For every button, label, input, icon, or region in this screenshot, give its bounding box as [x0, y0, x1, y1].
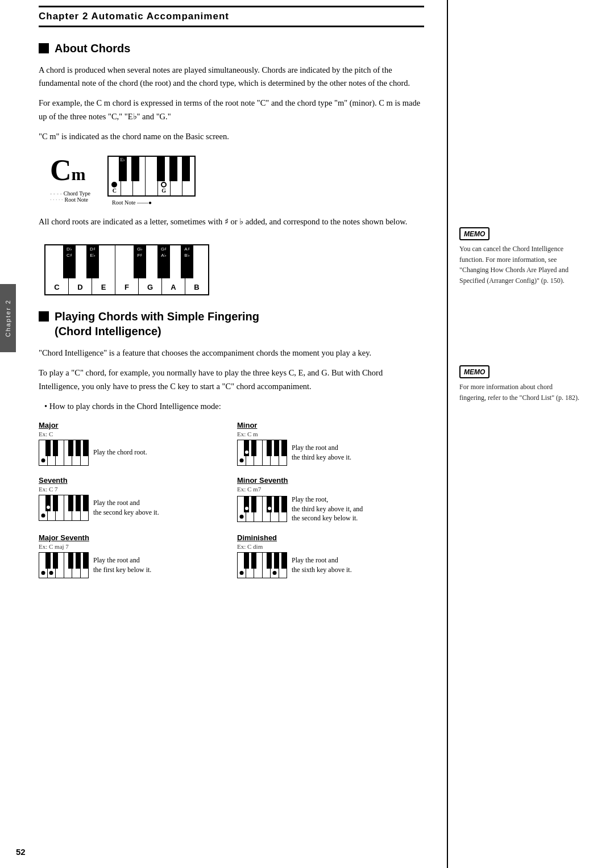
bk-gs: [169, 157, 177, 181]
dim-bk5: [281, 553, 287, 569]
ms-dot-c: [239, 515, 243, 519]
maj7-bk4: [76, 553, 81, 569]
maj7-bk5: [83, 553, 88, 569]
seventh-ex-label: Ex: C 7: [39, 486, 226, 493]
bk-large-ds: D♯ E♭: [86, 245, 99, 278]
dot-c: [111, 182, 117, 187]
dim-dot-g: [272, 571, 276, 575]
example-diminished: Diminished Ex: C dim: [237, 533, 424, 578]
major-bk5: [83, 440, 88, 456]
ci-para2: To play a "C" chord, for example, you no…: [39, 366, 424, 393]
dim-bk1: [244, 553, 249, 569]
example-seventh: Seventh Ex: C 7: [39, 476, 226, 523]
major-dot-c: [41, 458, 45, 462]
cm-m-letter: m: [72, 165, 86, 183]
memo-text-1: You can cancel the Chord Intelligence fu…: [459, 244, 580, 286]
cm-c-letter: C: [50, 154, 72, 186]
minor-piano: [237, 440, 287, 466]
minor-desc: Play the root andthe third key above it.: [292, 443, 351, 462]
cm-piano-keys: C G E♭: [107, 156, 196, 197]
chapter-tab: Chapter 2: [0, 284, 16, 352]
minor-bk-eb: [244, 440, 249, 456]
chord-intelligence-heading: Playing Chords with Simple Fingering (Ch…: [39, 309, 424, 339]
maj7-dot-c: [41, 571, 45, 575]
seventh-bk1: [45, 495, 51, 511]
chord-type-label-text: Chord Type: [64, 190, 90, 197]
maj7-bk3: [68, 553, 73, 569]
dim-dot-c: [239, 571, 243, 575]
memo-header-1: MEMO: [459, 227, 580, 240]
diminished-ex-label: Ex: C dim: [237, 543, 424, 550]
chord-intelligence-title: Playing Chords with Simple Fingering (Ch…: [55, 309, 259, 339]
example-major-seventh: Major Seventh Ex: C maj 7: [39, 533, 226, 578]
major-ex-label: Ex: C: [39, 431, 226, 437]
root-note-arrow-label: Root Note ——●: [112, 199, 152, 206]
about-chords-para1: A chord is produced when several notes a…: [39, 64, 424, 90]
minor-seventh-title: Minor Seventh: [237, 476, 424, 485]
minor-bk4: [274, 440, 279, 456]
memo-icon-2: MEMO: [459, 365, 489, 378]
ms-bk2: [251, 496, 256, 512]
cm-piano-diagram: C G E♭: [107, 156, 196, 197]
chapter-title: Chapter 2 Automatic Accompaniment: [39, 11, 424, 22]
seventh-desc: Play the root andthe second key above it…: [93, 498, 159, 518]
main-content: Chapter 2 Automatic Accompaniment About …: [16, 0, 448, 868]
minor-bk5: [281, 440, 287, 456]
chapter-tab-label: Chapter 2: [5, 299, 11, 337]
major-bk3: [68, 440, 73, 456]
ms-bk4: [274, 496, 279, 512]
seventh-bk3: [68, 495, 73, 511]
dim-bk3: [267, 553, 272, 569]
large-piano-wrap: C D E F G A B D♭ C♯ D♯ E♭ G♭ F♯: [44, 244, 209, 295]
bk-large-fs: G♭ F♯: [134, 245, 146, 278]
bk-large-as: A♯ B♭: [181, 245, 193, 278]
memo-icon-1: MEMO: [459, 227, 489, 240]
section-square-icon-2: [39, 311, 49, 322]
section-square-icon: [39, 43, 49, 53]
label-g: G: [161, 187, 166, 194]
memo-box-1: MEMO You can cancel the Chord Intelligen…: [459, 227, 580, 286]
about-chords-para3: "C m" is indicated as the chord name on …: [39, 130, 424, 143]
dot-g: [161, 182, 167, 187]
example-minor-seventh: Minor Seventh Ex: C m7: [237, 476, 424, 523]
about-chords-title: About Chords: [55, 41, 130, 56]
memo-text-2: For more information about chord fingeri…: [459, 382, 580, 403]
maj7-bk2: [53, 553, 58, 569]
chord-examples-grid: Major Ex: C: [39, 421, 424, 578]
sharp-flat-text: All chord roots are indicated as a lette…: [39, 215, 424, 228]
diminished-desc: Play the root andthe sixth key above it.: [292, 556, 352, 575]
example-minor: Minor Ex: C m: [237, 421, 424, 466]
major-seventh-ex-label: Ex: C maj 7: [39, 543, 226, 550]
memo-box-2: MEMO For more information about chord fi…: [459, 365, 580, 403]
bk-fs: [157, 157, 165, 181]
about-chords-heading: About Chords: [39, 41, 424, 56]
cm-label: Cm - - - - Chord Type · · · · · Root Not…: [50, 153, 90, 203]
minor-ex-label: Ex: C m: [237, 431, 424, 437]
seventh-title: Seventh: [39, 476, 226, 485]
major-title: Major: [39, 421, 226, 429]
major-seventh-title: Major Seventh: [39, 533, 226, 542]
bk-ds: [131, 157, 139, 181]
maj7-dot-d: [49, 571, 53, 575]
diminished-piano: [237, 552, 287, 578]
page-number: 52: [16, 847, 26, 857]
dim-bk4: [274, 553, 279, 569]
bk-cs: E♭: [119, 157, 127, 181]
minor-seventh-ex-label: Ex: C m7: [237, 486, 424, 493]
root-note-label-text: Root Note: [65, 197, 88, 203]
major-bk4: [76, 440, 81, 456]
seventh-dot-c: [41, 514, 45, 518]
bk-large-gs: G♯ A♭: [157, 245, 170, 278]
chapter-header: Chapter 2 Automatic Accompaniment: [39, 6, 424, 27]
major-bk2: [53, 440, 58, 456]
bk-as: [182, 157, 190, 181]
maj7-bk1: [45, 553, 51, 569]
minor-dot-c: [239, 458, 243, 462]
seventh-bk4: [76, 495, 81, 511]
cm-diagram-area: Cm - - - - Chord Type · · · · · Root Not…: [50, 153, 424, 203]
sidebar: MEMO You can cancel the Chord Intelligen…: [448, 0, 591, 868]
wk-f: [146, 157, 158, 195]
minor-title: Minor: [237, 421, 424, 429]
ci-para1: "Chord Intelligence" is a feature that c…: [39, 347, 424, 360]
major-bk1: [45, 440, 51, 456]
